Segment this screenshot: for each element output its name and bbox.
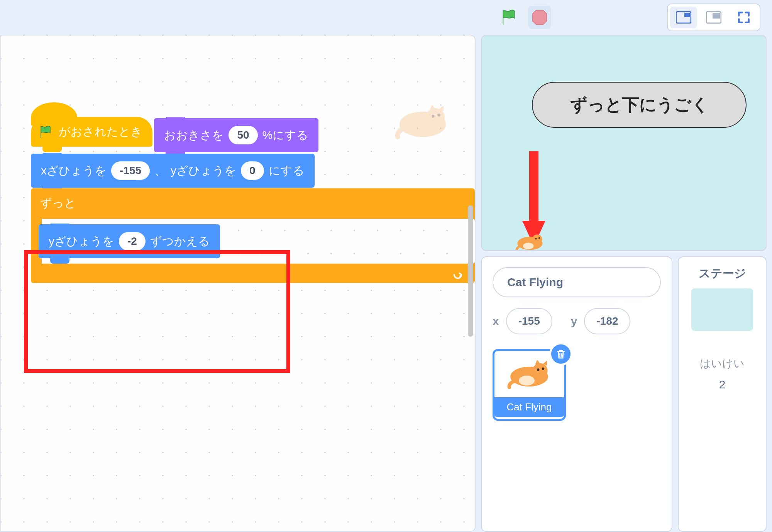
y-input[interactable]: 0 <box>241 161 264 180</box>
top-bar <box>0 0 772 35</box>
block-label: yざひょうを <box>171 163 236 179</box>
svg-point-20 <box>542 368 544 370</box>
trash-icon <box>555 348 567 360</box>
size-input[interactable]: 50 <box>229 126 257 144</box>
block-label: がおされたとき <box>59 124 142 140</box>
blocks-stack[interactable]: がおされたとき おおきさを 50 %にする xざひょうを -155 、 yざひょ… <box>31 117 475 283</box>
large-stage-button[interactable] <box>700 7 727 28</box>
small-stage-icon <box>676 11 691 24</box>
block-label: xざひょうを <box>41 163 107 179</box>
svg-rect-2 <box>684 13 690 17</box>
block-label: yざひょうを <box>49 234 114 249</box>
svg-point-8 <box>437 114 440 117</box>
vertical-scrollbar[interactable] <box>468 205 473 337</box>
dy-input[interactable]: -2 <box>119 232 146 251</box>
green-flag-icon <box>39 125 52 139</box>
stage-size-controls <box>667 3 760 31</box>
change-y-block[interactable]: yざひょうを -2 ずつかえる <box>39 224 220 258</box>
stage-panel-title: ステージ <box>699 266 746 281</box>
block-label: おおきさを <box>164 127 224 143</box>
script-area[interactable]: がおされたとき おおきさを 50 %にする xざひょうを -155 、 yざひょ… <box>0 35 476 532</box>
svg-rect-4 <box>713 13 720 19</box>
x-label: x <box>493 315 499 328</box>
block-label: %にする <box>262 127 309 143</box>
sprite-on-stage <box>513 230 547 251</box>
loop-arrow-icon <box>452 268 463 279</box>
x-input[interactable]: -155 <box>111 161 150 180</box>
fullscreen-button[interactable] <box>730 7 757 28</box>
svg-point-19 <box>537 368 539 371</box>
set-size-block[interactable]: おおきさを 50 %にする <box>154 118 318 152</box>
block-label: ずつかえる <box>150 234 210 249</box>
sprite-thumbnail-label: Cat Flying <box>494 397 564 417</box>
green-flag-icon <box>500 9 517 26</box>
stop-button[interactable] <box>528 6 551 29</box>
large-stage-icon <box>706 11 721 24</box>
svg-point-12 <box>532 234 542 244</box>
stage-panel: ステージ はいけい 2 <box>678 256 767 532</box>
sprite-thumbnail[interactable]: Cat Flying <box>493 349 566 421</box>
forever-block[interactable]: ずっと yざひょうを -2 ずつかえる <box>31 188 475 283</box>
when-flag-clicked-block[interactable]: がおされたとき <box>31 117 152 147</box>
stop-icon <box>531 9 548 26</box>
svg-point-17 <box>533 363 548 378</box>
delete-sprite-button[interactable] <box>549 342 572 366</box>
sprite-name-input[interactable]: Cat Flying <box>493 267 661 297</box>
goto-xy-block[interactable]: xざひょうを -155 、 yざひょうを 0 にする <box>31 154 315 188</box>
block-label: 、 <box>154 163 166 179</box>
svg-point-14 <box>535 238 537 239</box>
y-label: y <box>571 315 577 328</box>
block-label: ずっと <box>40 197 76 209</box>
green-flag-button[interactable] <box>497 6 520 29</box>
stage-thumbnail[interactable] <box>691 288 753 331</box>
sprite-y-input[interactable]: -182 <box>584 308 630 334</box>
svg-point-18 <box>519 376 535 386</box>
small-stage-button[interactable] <box>670 7 697 28</box>
annotation-bubble: ずっと下にうごく <box>532 82 747 128</box>
svg-point-15 <box>538 237 540 239</box>
backdrops-count: 2 <box>719 378 726 391</box>
stage-preview[interactable]: ずっと下にうごく <box>481 35 767 251</box>
sprite-info-panel: Cat Flying x -155 y -182 <box>481 256 672 532</box>
svg-point-13 <box>523 243 533 249</box>
block-label: にする <box>269 163 305 179</box>
sprite-x-input[interactable]: -155 <box>506 308 552 334</box>
fullscreen-icon <box>737 11 750 24</box>
svg-marker-0 <box>533 10 547 25</box>
backdrops-label: はいけい <box>700 356 745 371</box>
